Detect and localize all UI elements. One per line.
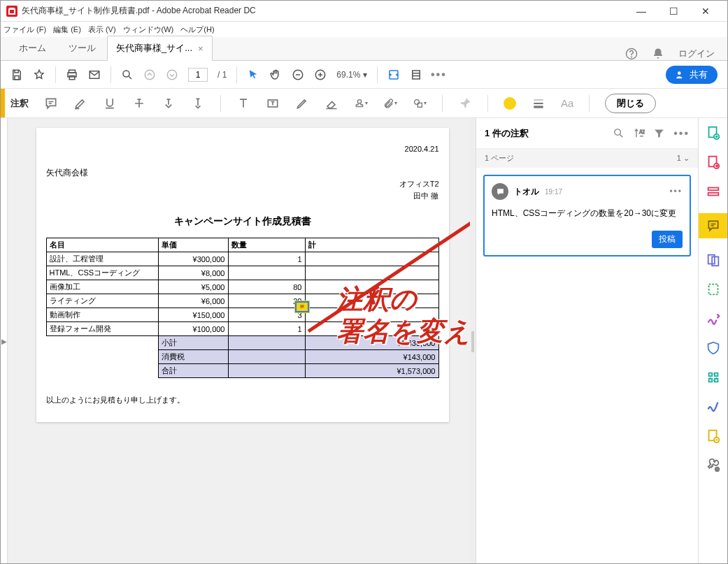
underline-tool-icon[interactable] <box>103 96 117 110</box>
create-pdf-tool-icon[interactable] <box>706 125 721 140</box>
svg-rect-25 <box>708 193 718 196</box>
tab-close-icon[interactable]: × <box>198 43 204 54</box>
page-up-icon[interactable] <box>143 68 156 81</box>
protect-tool-icon[interactable] <box>706 340 721 356</box>
tab-tools[interactable]: ツール <box>57 36 107 60</box>
hand-tool-icon[interactable] <box>269 68 282 81</box>
save-icon[interactable] <box>10 68 23 81</box>
comment-body[interactable]: HTML、CSSコーディングの数量を20→30に変更 <box>492 207 683 219</box>
table-row: 設計、工程管理¥300,0001 <box>46 252 438 266</box>
doc-date: 2020.4.21 <box>46 145 439 153</box>
note-tool-icon[interactable] <box>44 96 58 110</box>
email-icon[interactable] <box>88 68 101 81</box>
page-down-icon[interactable] <box>166 68 178 81</box>
shapes-tool-icon[interactable]: ▾ <box>413 96 427 110</box>
font-icon[interactable]: Aa <box>561 97 573 109</box>
replace-text-tool-icon[interactable] <box>162 96 176 110</box>
chevron-down-icon: ▾ <box>363 70 367 80</box>
chevron-down-icon: ⌄ <box>683 154 690 162</box>
stamp-tool-icon[interactable]: ▾ <box>354 96 368 110</box>
svg-point-15 <box>415 99 420 104</box>
comments-title: 1 件の注釈 <box>485 127 604 140</box>
fill-sign-tool-icon[interactable] <box>706 311 721 326</box>
comment-more-icon[interactable]: ••• <box>669 187 683 196</box>
svg-point-8 <box>167 70 177 80</box>
more-tools-sidebar-icon[interactable] <box>706 458 721 473</box>
doc-addressee: 矢代商会様 <box>46 167 439 179</box>
minimize-button[interactable]: — <box>625 1 657 22</box>
comment-page-collapse[interactable]: 1 ⌄ <box>677 154 690 163</box>
comment-time: 19:17 <box>545 188 562 196</box>
compress-tool-icon[interactable] <box>706 370 721 385</box>
menu-help[interactable]: ヘルプ(H) <box>180 24 214 35</box>
text-tool-icon[interactable] <box>236 96 250 110</box>
comment-type-icon <box>492 183 508 200</box>
maximize-button[interactable]: ☐ <box>657 1 690 22</box>
pane-divider[interactable] <box>470 118 476 564</box>
organize-tool-icon[interactable] <box>706 282 721 297</box>
insert-text-tool-icon[interactable] <box>191 96 205 110</box>
export-pdf-tool-icon[interactable] <box>706 154 721 170</box>
search-icon[interactable] <box>121 68 134 81</box>
share-button[interactable]: 共有 <box>666 66 718 84</box>
document-page: 2020.4.21 矢代商会様 オフィスT2 田中 徹 キャンペーンサイト作成見… <box>36 128 449 422</box>
select-tool-icon[interactable] <box>247 68 259 81</box>
overlay-text-1: 注釈の <box>336 284 417 315</box>
print-icon[interactable] <box>66 68 78 81</box>
comment-tool-icon[interactable] <box>699 213 728 238</box>
eraser-tool-icon[interactable] <box>324 96 338 110</box>
help-icon[interactable] <box>625 48 638 60</box>
comment-page-label: 1 ページ <box>485 153 514 164</box>
svg-rect-28 <box>708 284 718 295</box>
zoom-out-icon[interactable] <box>292 68 304 81</box>
color-picker[interactable] <box>504 97 516 110</box>
more-tools-icon[interactable]: ••• <box>432 68 445 81</box>
page-display-icon[interactable] <box>410 68 422 81</box>
sign-tool-icon[interactable] <box>706 399 721 414</box>
pin-icon[interactable] <box>458 96 472 110</box>
menu-window[interactable]: ウィンドウ(W) <box>123 24 174 35</box>
zoom-dropdown[interactable]: 69.1% ▾ <box>336 70 367 80</box>
comment-author: トオル <box>514 186 539 198</box>
menu-edit[interactable]: 編集 (E) <box>53 24 81 35</box>
comments-more-icon[interactable]: ••• <box>673 127 690 140</box>
page-input[interactable] <box>188 68 208 82</box>
comment-card[interactable]: トオル 19:17 ••• HTML、CSSコーディングの数量を20→30に変更… <box>483 175 691 256</box>
convert-tool-icon[interactable] <box>706 428 721 444</box>
svg-text:AZ: AZ <box>639 129 645 134</box>
svg-point-6 <box>123 71 129 77</box>
svg-point-18 <box>615 129 621 136</box>
sort-icon[interactable]: AZ <box>633 127 645 139</box>
highlight-tool-icon[interactable] <box>73 96 87 110</box>
textbox-tool-icon[interactable] <box>266 96 280 110</box>
line-weight-icon[interactable] <box>531 96 545 110</box>
page-total: / 1 <box>217 70 227 80</box>
strikethrough-tool-icon[interactable] <box>132 96 146 110</box>
app-icon <box>6 6 17 17</box>
tab-document[interactable]: 矢代商事様_サイ... × <box>107 36 213 61</box>
post-button[interactable]: 投稿 <box>652 231 683 248</box>
left-panel-expander[interactable]: ▶ <box>1 118 8 564</box>
close-annotation-button[interactable]: 閉じる <box>605 94 656 113</box>
filter-icon[interactable] <box>653 127 665 139</box>
tab-home[interactable]: ホーム <box>8 36 57 60</box>
search-comments-icon[interactable] <box>613 127 624 139</box>
fit-width-icon[interactable] <box>387 68 400 81</box>
edit-pdf-tool-icon[interactable] <box>706 184 721 199</box>
share-label: 共有 <box>690 68 708 81</box>
star-icon[interactable] <box>33 68 45 81</box>
attach-tool-icon[interactable]: ▾ <box>383 96 397 110</box>
annotation-marker-icon[interactable] <box>295 301 309 312</box>
doc-footer-note: 以上のようにお見積もり申し上げます。 <box>46 395 439 405</box>
close-button[interactable]: ✕ <box>690 1 722 22</box>
svg-rect-24 <box>708 188 718 191</box>
menu-view[interactable]: 表示 (V) <box>88 24 116 35</box>
bell-icon[interactable] <box>652 48 664 60</box>
combine-tool-icon[interactable] <box>706 252 721 268</box>
zoom-in-icon[interactable] <box>314 68 327 81</box>
svg-point-12 <box>678 71 681 75</box>
overlay-text-2: 署名を変えたい <box>336 317 470 347</box>
login-link[interactable]: ログイン <box>678 48 715 60</box>
pencil-tool-icon[interactable] <box>295 96 309 110</box>
menu-file[interactable]: ファイル (F) <box>3 24 46 35</box>
